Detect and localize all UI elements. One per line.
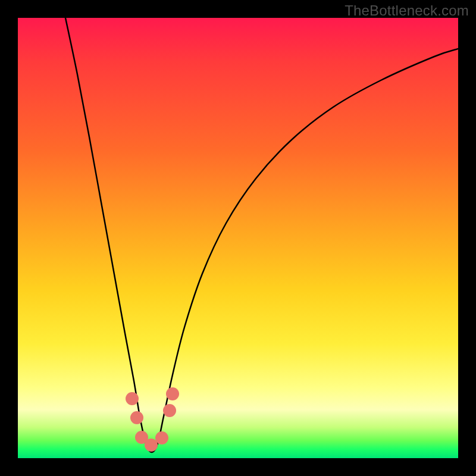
knee-markers: [126, 387, 179, 452]
marker-left-knee-mid: [130, 411, 143, 424]
marker-bottom-center: [145, 439, 158, 452]
watermark-text: TheBottleneck.com: [345, 2, 469, 19]
bottleneck-curve: [65, 18, 458, 452]
curve-layer: [18, 18, 458, 458]
marker-left-knee-top: [126, 392, 139, 405]
outer-frame: TheBottleneck.com: [0, 0, 476, 476]
marker-right-knee-top: [166, 387, 179, 400]
marker-bottom-right: [155, 431, 168, 444]
gradient-plot-area: [18, 18, 458, 458]
marker-right-knee: [163, 404, 176, 417]
